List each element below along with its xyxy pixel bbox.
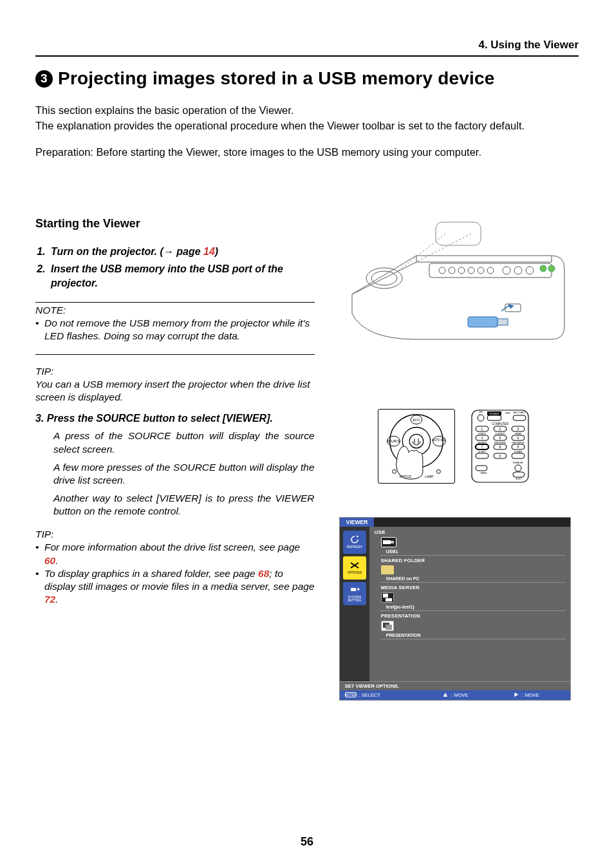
header-rule <box>35 55 579 57</box>
svg-point-6 <box>468 267 474 274</box>
guide-select: SELECT <box>362 692 380 698</box>
step-3-title: 3. Press the SOURCE button to select [VI… <box>35 413 315 424</box>
svg-point-4 <box>449 267 455 274</box>
enter-key-icon: ENTER <box>345 692 357 697</box>
viewer-section-media: MEDIA SERVER <box>381 585 565 590</box>
page-link-72[interactable]: 72 <box>44 594 55 605</box>
svg-text:AUTO ADJ.: AUTO ADJ. <box>514 411 525 414</box>
page-link-60[interactable]: 60 <box>44 555 55 566</box>
svg-point-5 <box>458 267 465 274</box>
viewer-guidebar: ENTER : SELECT ⯅ : MOVE ⯈ : MOVE <box>340 690 570 700</box>
svg-text:ECO: ECO <box>413 418 420 421</box>
figure-projector-usb <box>339 217 571 375</box>
svg-text:4: 4 <box>481 436 483 440</box>
step-1-text-a: Turn on the projector. ( <box>51 246 163 257</box>
up-down-arrow-icon: ⯅ <box>442 692 449 698</box>
svg-text:COMPUTER: COMPUTER <box>492 422 509 426</box>
svg-rect-87 <box>386 598 392 601</box>
step-1: Turn on the projector. (→ page 14) <box>48 245 315 259</box>
page-link-14[interactable]: 14 <box>203 246 215 257</box>
viewer-presentation-label: PRESENTATION <box>386 633 565 637</box>
usb-drive-icon <box>381 537 396 547</box>
svg-text:NETWORK: NETWORK <box>494 442 507 444</box>
steps-list: Turn on the projector. (→ page 14) Inser… <box>48 245 315 290</box>
svg-rect-16 <box>498 319 508 325</box>
svg-text:S-VIDEO: S-VIDEO <box>495 433 505 435</box>
page-number: 56 <box>0 835 614 849</box>
tip2-label: TIP: <box>35 528 315 541</box>
folder-icon <box>381 565 394 574</box>
viewer-tab[interactable]: VIEWER <box>340 518 375 527</box>
svg-text:8: 8 <box>499 445 501 449</box>
figure-viewer-screenshot: VIEWER REFRESH OPTIONS <box>339 517 571 701</box>
presentation-icon <box>381 621 394 631</box>
viewer-item-media[interactable] <box>381 592 565 603</box>
svg-point-9 <box>503 267 510 274</box>
svg-point-7 <box>478 267 484 274</box>
svg-text:EXIT: EXIT <box>516 477 521 480</box>
viewer-item-usb1[interactable] <box>381 537 565 547</box>
svg-text:2: 2 <box>499 427 501 431</box>
svg-text:POWER: POWER <box>489 411 499 415</box>
svg-line-19 <box>397 234 445 272</box>
note-block: NOTE: •Do not remove the USB memory from… <box>35 304 315 343</box>
tip1-text: You can a USB memory insert the projecto… <box>35 378 315 404</box>
intro-preparation: Preparation: Before starting the Viewer,… <box>35 145 579 159</box>
step-3-para-3: Another way to select [VIEWER] is to pre… <box>53 492 315 518</box>
guide-move-2: MOVE <box>525 692 539 698</box>
viewer-item-shared[interactable] <box>381 565 565 574</box>
svg-point-3 <box>439 267 445 274</box>
figure-controls-row: SOURCE ECO AUTO ADJ. STATUS LAMP ON <box>331 409 579 484</box>
viewer-media-label: test(pc-test1) <box>386 605 565 609</box>
svg-text:SOURCE: SOURCE <box>387 440 401 443</box>
page-link-68[interactable]: 68 <box>258 568 269 579</box>
sidebar-systemsetting-button[interactable]: SYSTEM SETTING <box>343 582 366 605</box>
intro-paragraph-2: The explanation provides the operational… <box>35 118 579 133</box>
sidebar-options-button[interactable]: OPTIONS <box>343 556 366 580</box>
step-2: Insert the USB memory into the USB port … <box>48 262 315 290</box>
viewer-section-shared: SHARED FOLDER <box>381 558 565 563</box>
svg-text:0: 0 <box>499 454 501 458</box>
svg-text:3: 3 <box>517 427 519 431</box>
svg-point-30 <box>392 469 396 473</box>
svg-rect-83 <box>351 588 356 591</box>
guide-move-1: MOVE <box>454 692 468 698</box>
svg-text:CLEAR: CLEAR <box>514 451 522 453</box>
svg-point-12 <box>540 265 546 272</box>
svg-marker-80 <box>356 536 358 538</box>
note-bullet-1: Do not remove the USB memory from the pr… <box>44 317 315 343</box>
svg-text:OFF: OFF <box>505 411 511 415</box>
svg-point-31 <box>436 469 440 473</box>
step-1-text-c: ) <box>215 246 218 257</box>
tip-block-1: TIP: You can a USB memory insert the pro… <box>35 365 315 404</box>
viewer-item-presentation[interactable] <box>381 621 565 631</box>
svg-text:7: 7 <box>481 445 483 449</box>
svg-text:STATUS: STATUS <box>399 475 411 478</box>
svg-text:5: 5 <box>499 436 501 440</box>
note-label: NOTE: <box>35 304 315 317</box>
viewer-usb1-label: USB1 <box>386 549 565 554</box>
viewer-footer-help: SET VIEWER OPTIONS. <box>340 681 570 690</box>
tip-label: TIP: <box>35 365 315 378</box>
svg-rect-15 <box>468 317 498 327</box>
section-title-text: Projecting images stored in a USB memory… <box>58 68 495 89</box>
svg-text:AUTO ADJ.: AUTO ADJ. <box>432 439 447 442</box>
svg-rect-89 <box>386 625 392 630</box>
svg-point-13 <box>548 265 555 272</box>
subheading-starting-viewer: Starting the Viewer <box>35 217 315 231</box>
svg-text:VIDEO: VIDEO <box>478 433 486 435</box>
tip2-bullet-1: For more information about the drive lis… <box>44 541 315 567</box>
svg-text:9: 9 <box>517 445 519 449</box>
svg-rect-14 <box>505 304 521 312</box>
sidebar-refresh-button[interactable]: REFRESH <box>343 531 366 554</box>
intro-paragraph-1: This section explains the basic operatio… <box>35 103 579 117</box>
viewer-section-presentation: PRESENTATION <box>381 613 565 619</box>
note-bottom-rule <box>35 354 315 355</box>
left-right-arrow-icon: ⯈ <box>514 692 520 698</box>
svg-text:LAMP: LAMP <box>425 475 434 478</box>
note-top-rule <box>35 302 315 303</box>
svg-text:MENU: MENU <box>481 472 487 475</box>
step-3-para-2: A few more presses of the SOURCE button … <box>53 461 315 487</box>
tip-block-2: TIP: •For more information about the dri… <box>35 528 315 606</box>
section-heading: 3 Projecting images stored in a USB memo… <box>35 68 579 89</box>
